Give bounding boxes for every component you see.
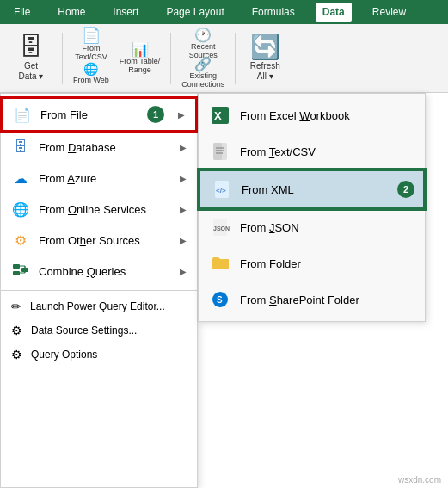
menu-item-query-options[interactable]: ⚙ Query Options [1,343,197,367]
divider-2 [170,33,171,84]
from-online-services-arrow: ▶ [180,205,187,214]
badge-2: 2 [397,181,414,198]
ribbon: File Home Insert Page Layout Formulas Da… [0,0,448,24]
from-table-range-button[interactable]: 📊 From Table/Range [116,44,163,73]
toolbar: 🗄 GetData ▾ 📄 FromText/CSV 🌐 From Web 📊 … [0,24,448,93]
tab-page-layout[interactable]: Page Layout [159,3,230,22]
tab-home[interactable]: Home [51,3,92,22]
refresh-all-icon: 🔄 [250,35,280,59]
text-csv-sub-icon [209,140,231,163]
submenu-item-from-folder[interactable]: From Folder [199,245,425,281]
from-database-arrow: ▶ [180,143,187,152]
excel-workbook-icon: X [209,104,231,127]
main-area: 📄 From File 1 ▶ 🗄 From Database ▶ ☁ From… [0,93,448,488]
recent-existing-group: 🕐 RecentSources 🔗 ExistingConnections [178,28,228,90]
badge-1: 1 [147,106,164,123]
get-data-label: GetData ▾ [19,61,44,82]
sharepoint-icon: S [209,288,231,311]
from-database-icon: 🗄 [11,138,30,157]
folder-label: From Folder [240,257,414,270]
submenu-item-from-excel-workbook[interactable]: X From Excel Workbook [199,97,425,133]
svg-text:S: S [217,295,223,305]
json-icon: JSON [209,216,231,238]
get-data-button[interactable]: 🗄 GetData ▾ [7,28,55,90]
from-file-icon: 📄 [13,105,32,124]
from-azure-icon: ☁ [11,169,30,188]
launch-power-query-icon: ✏ [11,300,21,313]
refresh-all-button[interactable]: 🔄 RefreshAll ▾ [242,28,287,90]
refresh-all-label: RefreshAll ▾ [250,61,280,82]
from-azure-label: From Azure [39,172,171,185]
existing-connections-icon: 🔗 [194,56,212,72]
submenu-item-from-text-csv[interactable]: From Text/CSV [199,133,425,170]
sharepoint-folder-label: From SharePoint Folder [240,293,414,306]
folder-icon [209,252,231,275]
menu-item-from-other-sources[interactable]: ⚙ From Other Sources ▶ [1,225,197,256]
watermark: wsxdn.com [398,475,441,485]
from-file-arrow: ▶ [178,110,185,120]
tab-insert[interactable]: Insert [106,3,145,22]
tab-file[interactable]: File [7,3,37,22]
combine-queries-label: Combine Queries [39,265,171,278]
tab-review[interactable]: Review [365,3,413,22]
launch-power-query-label: Launch Power Query Editor... [30,300,165,312]
table-range-label: From Table/Range [120,58,160,75]
recent-sources-icon: 🕐 [194,27,212,43]
existing-connections-label: ExistingConnections [181,72,224,90]
menu-item-from-file[interactable]: 📄 From File 1 ▶ [1,97,197,132]
menu-divider [1,290,197,291]
divider-3 [235,33,236,84]
submenu-item-from-sharepoint-folder[interactable]: S From SharePoint Folder [199,281,425,318]
submenu-item-from-xml[interactable]: </> From XML 2 [199,170,425,209]
menu-item-combine-queries[interactable]: Combine Queries ▶ [1,256,197,287]
tab-formulas[interactable]: Formulas [245,3,302,22]
svg-text:JSON: JSON [213,225,230,232]
data-source-settings-icon: ⚙ [11,324,22,337]
menu-item-from-database[interactable]: 🗄 From Database ▶ [1,132,197,163]
text-csv-sub-label: From Text/CSV [240,145,414,158]
menu-item-from-azure[interactable]: ☁ From Azure ▶ [1,163,197,194]
get-data-icon: 🗄 [19,35,43,59]
from-online-services-icon: 🌐 [11,200,30,219]
svg-text:X: X [214,109,222,122]
submenu-item-from-json[interactable]: JSON From JSON [199,209,425,245]
svg-rect-0 [13,264,20,269]
table-range-icon: 📊 [132,41,149,58]
xml-icon: </> [211,178,233,201]
from-online-services-label: From Online Services [39,203,171,216]
menu-item-from-online-services[interactable]: 🌐 From Online Services ▶ [1,194,197,225]
menu-item-data-source-settings[interactable]: ⚙ Data Source Settings... [1,318,197,343]
from-table-range-group: 📊 From Table/Range [116,28,163,90]
json-label: From JSON [240,221,414,234]
from-text-csv-group: 📄 FromText/CSV 🌐 From Web [70,28,113,90]
xml-label: From XML [242,183,413,196]
menu-item-launch-power-query[interactable]: ✏ Launch Power Query Editor... [1,294,197,318]
from-text-csv-button[interactable]: 📄 FromText/CSV [70,29,113,59]
existing-connections-button[interactable]: 🔗 ExistingConnections [178,59,228,88]
svg-text:</>: </> [216,187,226,195]
from-other-sources-arrow: ▶ [180,236,187,245]
query-options-icon: ⚙ [11,348,22,361]
from-database-label: From Database [39,141,171,154]
query-options-label: Query Options [31,349,97,361]
svg-rect-9 [213,143,222,160]
from-web-button[interactable]: 🌐 From Web [70,59,113,88]
divider-1 [62,33,63,84]
combine-queries-icon [11,262,30,281]
web-icon: 🌐 [83,62,98,76]
web-label: From Web [73,76,109,84]
right-submenu: X From Excel Workbook From Text/CSV </> … [198,93,426,322]
left-dropdown-menu: 📄 From File 1 ▶ 🗄 From Database ▶ ☁ From… [0,93,198,488]
svg-rect-1 [13,271,20,275]
recent-sources-button[interactable]: 🕐 RecentSources [178,29,228,59]
excel-workbook-label: From Excel Workbook [240,109,414,122]
text-csv-icon: 📄 [82,26,101,45]
from-azure-arrow: ▶ [180,174,187,183]
data-source-settings-label: Data Source Settings... [31,324,137,337]
from-other-sources-icon: ⚙ [11,231,30,250]
combine-queries-arrow: ▶ [180,267,187,276]
from-other-sources-label: From Other Sources [39,234,171,247]
tab-data[interactable]: Data [316,3,352,22]
